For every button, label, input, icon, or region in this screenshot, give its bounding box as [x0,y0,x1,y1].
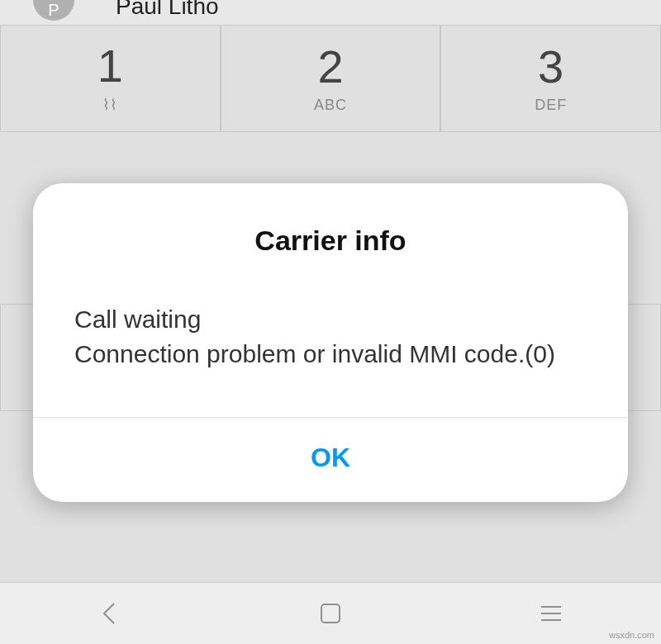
dialog-title: Carrier info [70,225,591,257]
dialog-footer: OK [33,417,628,502]
dialog-body: Call waiting Connection problem or inval… [70,302,591,372]
dialog-body-line2: Connection problem or invalid MMI code.(… [74,340,555,367]
ok-button[interactable]: OK [311,443,350,473]
carrier-info-dialog: Carrier info Call waiting Connection pro… [33,183,628,502]
watermark: wsxdn.com [609,630,654,640]
dialog-overlay: Carrier info Call waiting Connection pro… [0,0,661,644]
dialog-body-line1: Call waiting [74,305,201,333]
